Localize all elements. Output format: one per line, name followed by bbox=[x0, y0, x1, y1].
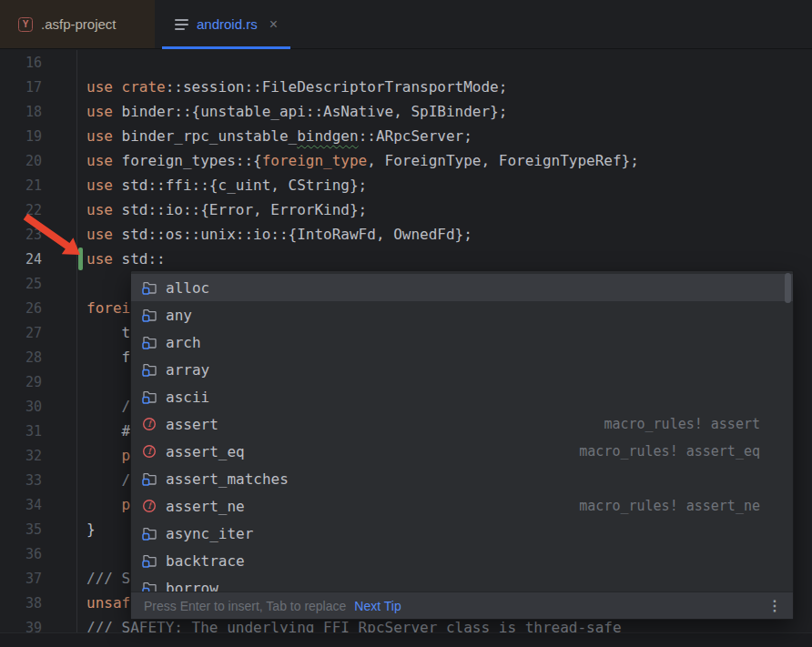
code-line[interactable]: 16 bbox=[0, 50, 812, 75]
completion-item[interactable]: borrow bbox=[131, 574, 793, 591]
completion-item[interactable]: alloc bbox=[131, 274, 793, 301]
completion-item-label: ascii bbox=[166, 389, 209, 406]
module-icon bbox=[142, 362, 157, 377]
annotation-arrow-icon bbox=[18, 209, 91, 266]
code-line[interactable]: 19use binder_rpc_unstable_bindgen::ARpcS… bbox=[0, 124, 812, 148]
code-text: use binder::{unstable_api::AsNative, SpI… bbox=[86, 103, 507, 120]
code-text: / bbox=[86, 398, 130, 415]
line-number: 38 bbox=[0, 595, 42, 612]
code-text: use std::os::unix::io::{IntoRawFd, Owned… bbox=[86, 226, 472, 243]
line-number: 33 bbox=[0, 472, 42, 489]
completion-item[interactable]: arch bbox=[131, 329, 793, 356]
macro-icon: f bbox=[142, 417, 157, 431]
code-line[interactable]: 24use std:: bbox=[0, 247, 812, 271]
completion-item[interactable]: any bbox=[131, 301, 793, 329]
code-text: use crate::session::FileDescriptorTransp… bbox=[86, 78, 507, 96]
completion-item-tail: macro_rules! assert_ne bbox=[579, 498, 760, 514]
code-text: p bbox=[86, 447, 130, 464]
code-text: use std::io::{Error, ErrorKind}; bbox=[86, 201, 367, 218]
line-number: 30 bbox=[0, 399, 42, 415]
tab-project-label: .asfp-project bbox=[41, 16, 117, 32]
completion-item-label: assert_ne bbox=[166, 498, 245, 515]
completion-item-label: arch bbox=[166, 334, 201, 351]
code-text: use binder_rpc_unstable_bindgen::ARpcSer… bbox=[86, 127, 472, 145]
code-text: /// SAFETY: The underlying FFI RpcServer… bbox=[86, 619, 622, 632]
line-number: 26 bbox=[0, 300, 42, 317]
line-number: 28 bbox=[0, 349, 42, 366]
completion-item[interactable]: f assertmacro_rules! assert bbox=[131, 410, 793, 438]
completion-item[interactable]: f assert_nemacro_rules! assert_ne bbox=[131, 492, 793, 520]
line-number: 21 bbox=[0, 177, 42, 194]
tab-asfp-project[interactable]: Y .asfp-project bbox=[0, 0, 155, 48]
code-line[interactable]: 22use std::io::{Error, ErrorKind}; bbox=[0, 197, 812, 222]
completion-item[interactable]: async_iter bbox=[131, 520, 793, 547]
tab-file-label: android.rs bbox=[197, 16, 258, 32]
tab-android-rs[interactable]: android.rs × bbox=[162, 0, 290, 48]
line-number: 36 bbox=[0, 546, 42, 562]
completion-item-label: array bbox=[166, 361, 209, 379]
completion-item-label: assert_matches bbox=[166, 470, 289, 488]
code-text: t bbox=[86, 324, 130, 341]
code-text: p bbox=[86, 496, 130, 513]
line-number: 34 bbox=[0, 497, 42, 513]
module-icon bbox=[142, 471, 157, 486]
module-icon bbox=[142, 553, 157, 568]
editor-tab-bar: Y .asfp-project android.rs × bbox=[0, 0, 812, 49]
code-line[interactable]: 18use binder::{unstable_api::AsNative, S… bbox=[0, 99, 812, 124]
line-number: 16 bbox=[0, 55, 42, 71]
completion-item-label: any bbox=[166, 307, 192, 324]
code-text: use std::ffi::{c_uint, CString}; bbox=[86, 177, 367, 194]
rust-file-icon bbox=[175, 19, 188, 30]
completion-item[interactable]: backtrace bbox=[131, 547, 793, 574]
code-text: forei bbox=[86, 299, 130, 317]
line-number: 19 bbox=[0, 128, 42, 145]
line-number: 39 bbox=[0, 620, 42, 633]
code-text: f bbox=[86, 349, 130, 366]
completion-item-label: borrow bbox=[166, 580, 218, 592]
next-tip-link[interactable]: Next Tip bbox=[354, 599, 401, 613]
module-icon bbox=[142, 335, 157, 349]
line-number: 37 bbox=[0, 571, 42, 587]
code-text: } bbox=[86, 521, 96, 538]
module-icon bbox=[142, 581, 157, 591]
module-icon bbox=[142, 389, 157, 404]
line-number: 35 bbox=[0, 521, 42, 538]
completion-popup: alloc any arch array ascii f assertmacro… bbox=[130, 270, 794, 620]
code-line[interactable]: 21use std::ffi::{c_uint, CString}; bbox=[0, 173, 812, 197]
line-number: 17 bbox=[0, 79, 42, 96]
close-tab-icon[interactable]: × bbox=[269, 17, 278, 32]
completion-item[interactable]: ascii bbox=[131, 383, 793, 410]
completion-hint-text: Press Enter to insert, Tab to replace bbox=[144, 599, 346, 613]
completion-item[interactable]: array bbox=[131, 356, 793, 383]
line-number: 20 bbox=[0, 153, 42, 169]
module-icon bbox=[142, 526, 157, 541]
code-text: use std:: bbox=[86, 250, 166, 268]
code-line[interactable]: 17use crate::session::FileDescriptorTran… bbox=[0, 75, 812, 99]
popup-scrollbar-thumb[interactable] bbox=[785, 273, 791, 303]
code-line[interactable]: 20use foreign_types::{foreign_type, Fore… bbox=[0, 148, 812, 173]
code-text: unsaf bbox=[86, 594, 130, 612]
more-options-icon[interactable]: ⋮ bbox=[767, 597, 782, 614]
active-tab-underline bbox=[162, 46, 290, 49]
completion-item-label: async_iter bbox=[166, 525, 253, 542]
line-number: 27 bbox=[0, 325, 42, 341]
yaml-file-icon: Y bbox=[18, 17, 33, 32]
completion-item-tail: macro_rules! assert bbox=[604, 416, 760, 432]
completion-item[interactable]: assert_matches bbox=[131, 465, 793, 492]
code-text: use foreign_types::{foreign_type, Foreig… bbox=[86, 152, 639, 169]
code-line[interactable]: 23use std::os::unix::io::{IntoRawFd, Own… bbox=[0, 222, 812, 247]
code-text: # bbox=[86, 422, 130, 440]
completion-item-label: backtrace bbox=[166, 552, 245, 570]
window-bottom-strip bbox=[0, 632, 812, 647]
macro-icon: f bbox=[142, 499, 157, 513]
completion-item-label: alloc bbox=[166, 279, 209, 297]
line-number: 32 bbox=[0, 448, 42, 464]
module-icon bbox=[142, 308, 157, 322]
code-text: /// S bbox=[86, 570, 130, 587]
completion-list: alloc any arch array ascii f assertmacro… bbox=[131, 271, 793, 591]
code-text: / bbox=[86, 471, 130, 489]
line-number: 29 bbox=[0, 374, 42, 390]
completion-footer: Press Enter to insert, Tab to replace Ne… bbox=[131, 591, 793, 619]
completion-item[interactable]: f assert_eqmacro_rules! assert_eq bbox=[131, 438, 793, 465]
macro-icon: f bbox=[142, 444, 157, 459]
